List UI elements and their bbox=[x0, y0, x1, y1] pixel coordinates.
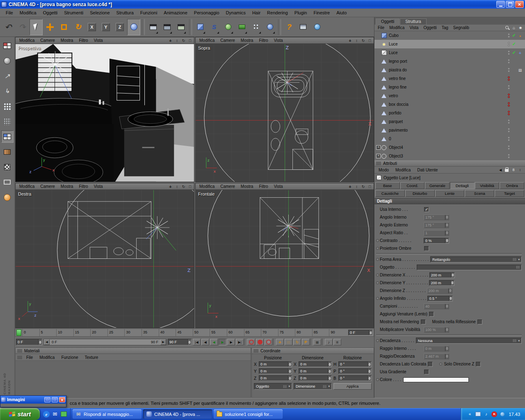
viewport-control-icon[interactable] bbox=[354, 38, 360, 43]
transport-button[interactable] bbox=[227, 339, 235, 345]
spinner-arrows[interactable] bbox=[448, 288, 452, 293]
menu-item[interactable]: Selezione bbox=[87, 9, 113, 16]
animation-dot-icon[interactable] bbox=[376, 239, 380, 242]
end-frame-field[interactable]: 90 F bbox=[168, 339, 192, 345]
object-row[interactable]: piastra do bbox=[374, 66, 525, 74]
task-button[interactable]: Rispondi al messaggio... bbox=[73, 409, 142, 419]
position-x-field[interactable]: 0 m bbox=[259, 361, 292, 367]
section-header[interactable]: Dettagli bbox=[374, 198, 525, 204]
menu-item[interactable]: Struttura bbox=[113, 9, 137, 16]
transport-button[interactable] bbox=[247, 339, 255, 345]
viewport-menu-item[interactable]: Filtro bbox=[256, 38, 271, 43]
position-y-field[interactable]: 0 m bbox=[259, 368, 292, 374]
object-row[interactable]: Object4 bbox=[374, 143, 525, 152]
size-y-field[interactable]: 0 m bbox=[299, 368, 332, 374]
viewport-control-icon[interactable] bbox=[347, 38, 353, 43]
attribute-tab[interactable]: Lente bbox=[435, 190, 465, 197]
spinner-arrows[interactable] bbox=[450, 281, 454, 285]
viewport-menu-item[interactable]: Filtro bbox=[76, 38, 91, 43]
toolbar-button[interactable] bbox=[208, 19, 221, 35]
object-manager-header-icon[interactable] bbox=[505, 25, 510, 30]
current-frame-marker[interactable] bbox=[16, 329, 21, 336]
object-tag-icon[interactable] bbox=[517, 33, 523, 38]
visibility-dots[interactable] bbox=[506, 137, 511, 141]
gradient-bar[interactable] bbox=[403, 377, 469, 382]
spinner-arrows[interactable] bbox=[445, 304, 449, 309]
object-row[interactable]: legno fine bbox=[374, 83, 525, 91]
parameter-checkbox[interactable] bbox=[424, 246, 429, 251]
toolbar-button[interactable] bbox=[2, 19, 15, 35]
transport-button[interactable] bbox=[310, 339, 313, 345]
toolbar-button[interactable] bbox=[278, 19, 281, 35]
transport-button[interactable] bbox=[265, 339, 272, 345]
viewport-control-icon[interactable] bbox=[167, 38, 173, 43]
spinner-arrows[interactable] bbox=[445, 354, 449, 359]
animation-dot-icon[interactable] bbox=[376, 339, 380, 342]
attribute-tab[interactable]: Ombra bbox=[500, 182, 524, 189]
rotation-p-field[interactable]: 0 ° bbox=[338, 368, 372, 374]
viewport-menu-item[interactable]: Vista bbox=[91, 184, 106, 189]
sidebar-tool-button[interactable] bbox=[1, 161, 14, 173]
spinner-arrows[interactable] bbox=[328, 369, 331, 374]
transport-button[interactable] bbox=[325, 339, 333, 345]
spinner-arrows[interactable] bbox=[187, 339, 191, 345]
tray-icon[interactable] bbox=[475, 411, 481, 417]
sidebar-tool-button[interactable] bbox=[1, 55, 14, 67]
attribute-tab[interactable]: Caustiche bbox=[375, 190, 405, 197]
sidebar-tool-button[interactable] bbox=[1, 130, 14, 143]
object-manager-header-icon[interactable] bbox=[511, 25, 516, 30]
transport-button[interactable] bbox=[236, 339, 244, 345]
timeline-ruler[interactable]: 051015202530354045505560657075808590 0 F bbox=[15, 329, 374, 337]
spinner-arrows[interactable] bbox=[328, 362, 331, 367]
toolbar-button[interactable] bbox=[146, 19, 160, 35]
attributes-header-icon[interactable] bbox=[511, 167, 516, 172]
apply-button[interactable]: Applica bbox=[333, 383, 372, 390]
object-manager-tab[interactable]: Oggetti bbox=[376, 18, 399, 25]
menu-item[interactable]: Finestre bbox=[310, 9, 333, 16]
menu-item[interactable]: Dynamics bbox=[223, 9, 249, 16]
viewport-menu-item[interactable]: Camere bbox=[217, 38, 238, 43]
visibility-dots[interactable] bbox=[506, 85, 511, 89]
toolbar-button[interactable]: Y bbox=[99, 19, 112, 35]
object-manager-menu-item[interactable]: File bbox=[375, 25, 387, 30]
enable-check-icon[interactable] bbox=[511, 41, 517, 47]
object-row[interactable]: Luce bbox=[374, 40, 525, 48]
visibility-dots[interactable] bbox=[506, 128, 511, 132]
immagini-window[interactable]: Immagini bbox=[0, 395, 66, 407]
spinner-arrows[interactable] bbox=[445, 238, 449, 243]
viewport-control-icon[interactable] bbox=[174, 184, 180, 189]
parameter-field[interactable]: 40 bbox=[424, 304, 449, 309]
viewport-menu-item[interactable]: Camere bbox=[37, 184, 58, 189]
toolbar-button[interactable] bbox=[30, 19, 43, 35]
object-row[interactable]: box doccia bbox=[374, 100, 525, 109]
transport-button[interactable] bbox=[293, 339, 301, 345]
spinner-arrows[interactable] bbox=[445, 327, 449, 332]
attributes-header-icon[interactable] bbox=[498, 167, 503, 172]
spinner-arrows[interactable] bbox=[445, 231, 449, 235]
right-view[interactable]: Z y z x bbox=[16, 190, 194, 328]
materials-menu-item[interactable]: Funzione bbox=[58, 355, 81, 360]
taskbar-clock[interactable]: 17.43 bbox=[509, 412, 520, 417]
animation-dot-icon[interactable] bbox=[376, 274, 380, 276]
parameter-dropdown[interactable]: Rettangolo ▾ bbox=[430, 256, 522, 262]
toolbar-button[interactable] bbox=[127, 19, 140, 35]
object-row[interactable]: parquet bbox=[374, 117, 525, 126]
viewport-menu-item[interactable]: Filtro bbox=[256, 184, 271, 189]
parameter-checkbox[interactable] bbox=[421, 320, 426, 324]
immagini-titlebar[interactable]: Immagini bbox=[0, 396, 66, 404]
object-tag-icon[interactable] bbox=[517, 68, 523, 72]
parameter-field[interactable]: 0 m bbox=[424, 346, 449, 352]
preview-range-bar[interactable]: ◀ 0 F 90 F ▶ bbox=[43, 339, 167, 345]
task-button[interactable]: soluzione1 consigli for... bbox=[214, 409, 283, 419]
tray-icon[interactable] bbox=[500, 411, 505, 417]
spinner-arrows[interactable] bbox=[451, 273, 454, 278]
object-row[interactable]: vetro bbox=[374, 91, 525, 100]
materials-menu-item[interactable]: Texture bbox=[82, 355, 102, 360]
grip-icon[interactable] bbox=[17, 356, 22, 359]
toolbar-button[interactable] bbox=[235, 19, 249, 35]
object-manager-tab[interactable]: Struttura bbox=[400, 18, 426, 25]
rotation-b-field[interactable]: 0 ° bbox=[338, 375, 372, 381]
viewport-control-icon[interactable] bbox=[180, 184, 187, 189]
parameter-field[interactable]: 175 ° bbox=[424, 215, 449, 220]
enable-check-icon[interactable] bbox=[511, 33, 517, 38]
